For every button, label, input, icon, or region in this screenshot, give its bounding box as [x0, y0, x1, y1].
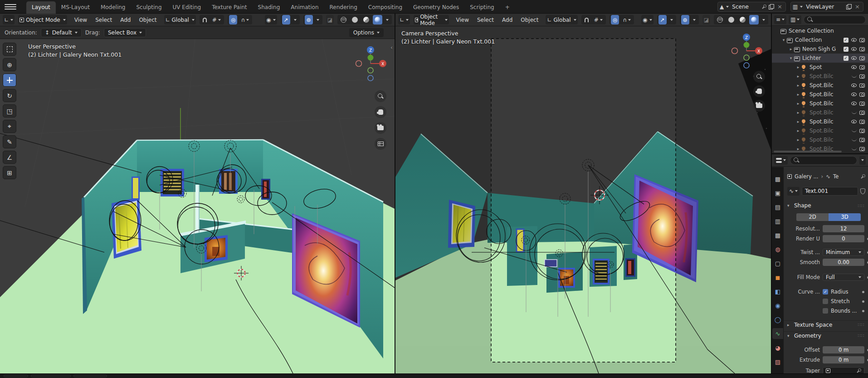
workspace-tab[interactable]: Texture Paint — [206, 1, 252, 14]
properties-tab-physics[interactable]: ◉ — [772, 300, 783, 311]
properties-tab-texture[interactable]: ▨ — [772, 356, 783, 367]
gizmo-settings[interactable] — [292, 15, 298, 25]
snap-toggle[interactable] — [583, 15, 590, 25]
render-visibility-camera-icon[interactable] — [858, 138, 866, 142]
navigation-gizmo[interactable]: Z X — [355, 44, 386, 83]
add-cube-tool-button[interactable]: ⊞ — [3, 166, 16, 179]
disclosure-triangle[interactable]: ▸ — [795, 65, 801, 69]
workspace-tab[interactable]: Sculpting — [131, 1, 167, 14]
extrude-field[interactable]: 0 m — [823, 356, 864, 363]
navigation-gizmo[interactable]: Z X — [731, 32, 762, 70]
new-datablock-icon[interactable] — [846, 4, 851, 10]
selectability-checkbox[interactable]: ✓ — [842, 38, 850, 43]
workspace-tab[interactable]: UV Editing — [167, 1, 207, 14]
visibility-eye-icon[interactable] — [850, 75, 858, 78]
overlays-settings[interactable] — [691, 15, 697, 25]
shading-rendered-button[interactable] — [373, 15, 382, 25]
properties-tab-material[interactable]: ◕ — [772, 342, 783, 353]
pin-icon[interactable] — [761, 4, 766, 10]
disclosure-triangle[interactable]: ▸ — [795, 92, 801, 97]
workspace-tab[interactable]: MS-Layout — [56, 1, 95, 14]
visibility-eye-icon[interactable] — [850, 93, 858, 96]
bounds-checkbox[interactable] — [823, 308, 828, 314]
visibility-eye-icon[interactable] — [850, 147, 858, 150]
animate-dot[interactable] — [862, 291, 864, 293]
snap-settings[interactable]: # — [210, 15, 223, 25]
animate-dot[interactable] — [862, 310, 864, 312]
animate-dot[interactable] — [862, 300, 864, 303]
disclosure-triangle[interactable]: ▾ — [788, 56, 794, 60]
workspace-tab[interactable]: Rendering — [324, 1, 363, 14]
view-layer-selector[interactable]: ▥ ViewLayer × — [790, 2, 863, 12]
geometry-panel-header[interactable]: ▾ Geometry ∷∷ — [784, 331, 868, 339]
ortho-grid-icon[interactable] — [375, 138, 386, 150]
transform-orientation-selector[interactable]: ∟Global — [164, 15, 196, 25]
visibility-eye-icon[interactable] — [850, 129, 858, 132]
workspace-tab[interactable]: Geometry Nodes — [408, 1, 464, 14]
panel-grip-icon[interactable]: ∷∷ — [858, 322, 864, 327]
select-box-tool-button[interactable] — [3, 43, 16, 56]
viewport-menu[interactable]: Select — [92, 15, 116, 25]
render-visibility-camera-icon[interactable] — [858, 56, 866, 60]
render-visibility-camera-icon[interactable] — [858, 38, 866, 42]
viewport-menu[interactable]: Object — [135, 15, 160, 25]
outliner-display-mode-button[interactable]: ▥ — [789, 15, 801, 24]
visibility-eye-icon[interactable] — [850, 102, 858, 105]
shading-solid-button[interactable] — [350, 15, 360, 25]
properties-tab-scene[interactable]: ▩ — [772, 230, 783, 241]
render-visibility-camera-icon[interactable] — [858, 65, 866, 69]
eyedropper-icon[interactable] — [856, 368, 861, 373]
properties-editor-type-button[interactable] — [774, 156, 788, 165]
render-visibility-camera-icon[interactable] — [858, 120, 866, 124]
rotate-tool-button[interactable]: ↻ — [3, 89, 16, 102]
shading-material-button[interactable] — [738, 15, 747, 25]
shading-settings[interactable] — [761, 15, 767, 25]
editor-type-button[interactable]: ∟ — [3, 15, 15, 25]
selectability-checkbox[interactable]: ✓ — [842, 56, 850, 61]
texture-space-panel-header[interactable]: ▸ Texture Space ∷∷ — [784, 320, 868, 329]
radius-checkbox[interactable]: ✓ — [823, 289, 828, 295]
outliner-row[interactable]: ▸ Spot.Bilc ✓ — [772, 90, 868, 99]
properties-search-field[interactable] — [790, 156, 857, 165]
3d-viewport-canvas-left[interactable]: User Perspective (2) Lichter | Galery Ne… — [0, 39, 395, 373]
drag-setting-dropdown[interactable]: Select Box — [104, 28, 146, 37]
camera-view-icon[interactable] — [753, 100, 765, 112]
render-visibility-camera-icon[interactable] — [858, 47, 866, 51]
visibility-dropdown[interactable]: ◉ — [641, 15, 653, 25]
outliner-row[interactable]: ▸ Spot.Bilc ✓ — [772, 126, 868, 135]
measure-tool-button[interactable]: ∠ — [3, 151, 16, 164]
selectability-checkbox[interactable]: ✓ — [842, 47, 850, 52]
proportional-falloff[interactable]: ∩ — [239, 15, 251, 25]
breadcrumb-data[interactable]: Te — [833, 173, 839, 180]
gizmo-settings[interactable] — [668, 15, 675, 25]
visibility-eye-icon[interactable] — [850, 120, 858, 123]
snap-settings[interactable]: # — [592, 15, 605, 25]
show-gizmo-toggle[interactable]: ↗ — [658, 15, 667, 25]
render-visibility-camera-icon[interactable] — [858, 83, 866, 88]
shading-material-button[interactable] — [361, 15, 371, 25]
unlink-icon[interactable]: × — [853, 3, 861, 10]
disclosure-triangle[interactable]: ▸ — [795, 101, 801, 106]
outliner-row[interactable]: ▸ Spot ✓ — [772, 63, 868, 72]
properties-tab-render[interactable]: ▣ — [772, 187, 783, 198]
scale-tool-button[interactable]: ◳ — [3, 104, 16, 118]
panel-grip-icon[interactable]: ∷∷ — [858, 203, 864, 208]
snap-toggle[interactable] — [201, 15, 209, 25]
render-visibility-camera-icon[interactable] — [858, 93, 866, 97]
visibility-dropdown[interactable]: ◉ — [265, 15, 277, 25]
visibility-eye-icon[interactable] — [850, 65, 858, 69]
show-overlays-toggle[interactable]: ⊚ — [681, 15, 689, 25]
overlays-settings[interactable] — [315, 15, 321, 25]
pin-icon[interactable] — [860, 174, 865, 179]
properties-tab-collection[interactable]: ▢ — [772, 258, 783, 269]
unlink-icon[interactable]: × — [776, 3, 784, 10]
move-tool-button[interactable] — [3, 74, 16, 87]
editor-type-button[interactable]: ∟ — [398, 15, 410, 25]
mode-selector[interactable]: Object Mode — [414, 15, 449, 25]
outliner-horizontal-scrollbar[interactable] — [774, 151, 842, 152]
taper-object-field[interactable] — [823, 367, 864, 373]
viewport-menu[interactable]: Object — [517, 15, 542, 25]
cursor-tool-button[interactable]: ⊕ — [3, 58, 16, 71]
render-visibility-camera-icon[interactable] — [858, 129, 866, 133]
proportional-edit-toggle[interactable]: ◎ — [611, 15, 619, 25]
